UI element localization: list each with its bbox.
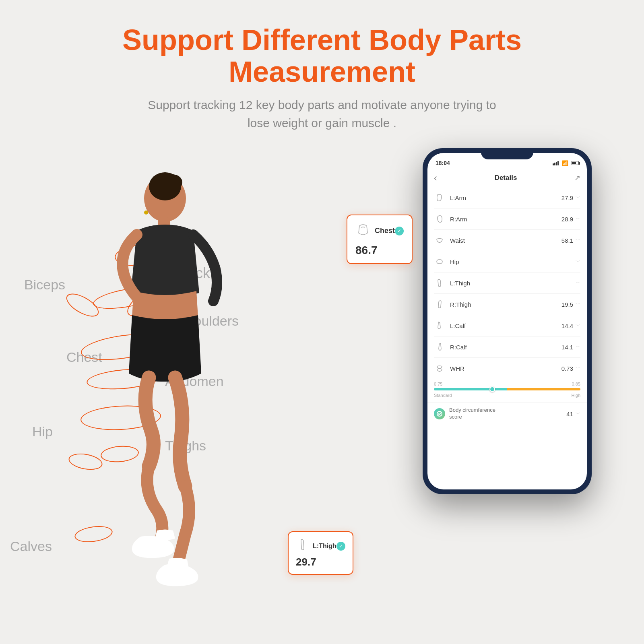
measurement-item-waist[interactable]: Waist 58.1 ﹀	[434, 230, 580, 251]
main-content: Neck Biceps Shoulders Chest Abdomen Hip …	[0, 140, 644, 644]
whr-value: 0.73	[561, 365, 573, 372]
phone-notch	[481, 148, 533, 159]
whr-label: WHR	[450, 365, 561, 372]
tooltip-lthigh-value: 29.7	[296, 556, 345, 568]
tooltip-lthigh: L:Thigh ✓ 29.7	[288, 531, 353, 575]
measurement-item-rcalf[interactable]: R:Calf 14.1 ﹀	[434, 336, 580, 358]
measurement-item-lthigh[interactable]: L:Thigh ﹀	[434, 272, 580, 294]
rcalf-icon	[434, 341, 445, 353]
hip-label: Hip	[450, 258, 573, 265]
measurement-item-whr[interactable]: WHR 0.73 ﹀	[434, 358, 580, 379]
signal-bar-3	[556, 162, 557, 165]
tooltip-chest-label: Chest	[375, 227, 395, 235]
signal-bar-2	[554, 163, 555, 165]
svg-point-5	[144, 211, 148, 215]
tooltip-lthigh-label: L:Thigh	[313, 543, 336, 550]
whr-scale: 0.75 0.85	[434, 382, 580, 386]
waist-value: 58.1	[561, 237, 573, 244]
rcalf-value: 14.1	[561, 344, 573, 351]
whr-slider-container: 0.75 0.85 Standard High	[427, 379, 587, 402]
back-button[interactable]: ‹	[434, 172, 437, 184]
status-time: 18:04	[436, 160, 450, 166]
rarm-value: 28.9	[561, 216, 573, 223]
whr-scale-left: 0.75	[434, 382, 442, 386]
status-icons: 📶	[553, 160, 579, 166]
rarm-chevron: ﹀	[576, 216, 580, 223]
lthigh-icon	[434, 277, 445, 289]
hip-icon	[434, 256, 445, 267]
slider-labels: Standard High	[434, 393, 580, 398]
score-section[interactable]: Body circumferencescore 41 ﹀	[427, 402, 587, 425]
whr-scale-right: 0.85	[572, 382, 580, 386]
whr-chevron: ﹀	[576, 365, 580, 372]
rthigh-icon	[434, 299, 445, 310]
app-header: ‹ Details ↗	[427, 169, 587, 187]
app-title: Details	[495, 174, 517, 182]
measurement-item-lcalf[interactable]: L:Calf 14.4 ﹀	[434, 315, 580, 336]
share-button[interactable]: ↗	[574, 173, 580, 182]
page-subtitle: Support tracking 12 key body parts and m…	[40, 96, 604, 132]
score-icon	[434, 408, 445, 419]
lcalf-chevron: ﹀	[576, 322, 580, 329]
phone-mockup: 18:04 📶	[423, 148, 592, 502]
rthigh-chevron: ﹀	[576, 301, 580, 308]
slider-label-standard: Standard	[434, 393, 452, 398]
lcalf-value: 14.4	[561, 322, 573, 329]
hip-chevron: ﹀	[576, 258, 580, 265]
rthigh-label: R:Thigh	[450, 301, 561, 308]
slider-label-high: High	[571, 393, 580, 398]
measurement-list: L:Arm 27.9 ﹀ R:Arm 28.9 ﹀	[427, 187, 587, 379]
rcalf-label: R:Calf	[450, 344, 561, 351]
larm-value: 27.9	[561, 194, 573, 201]
lthigh-label: L:Thigh	[450, 280, 573, 287]
battery-icon	[571, 161, 579, 165]
lcalf-icon	[434, 320, 445, 331]
score-value: 41	[566, 411, 573, 417]
tooltip-chest-check: ✓	[395, 227, 404, 235]
score-chevron: ﹀	[576, 411, 580, 417]
whr-icon	[434, 363, 445, 374]
tooltip-lthigh-check: ✓	[336, 542, 345, 551]
measurement-item-larm[interactable]: L:Arm 27.9 ﹀	[434, 187, 580, 208]
slider-thumb	[489, 386, 495, 392]
measurement-item-rarm[interactable]: R:Arm 28.9 ﹀	[434, 208, 580, 230]
measurement-item-rthigh[interactable]: R:Thigh 19.5 ﹀	[434, 294, 580, 315]
svg-rect-6	[437, 260, 442, 264]
slider-track	[434, 388, 580, 390]
larm-icon	[434, 192, 445, 203]
figure-container	[32, 140, 306, 644]
phone-screen: 18:04 📶	[427, 153, 587, 489]
larm-label: L:Arm	[450, 194, 561, 201]
tooltip-chest-header: Chest ✓	[355, 222, 404, 240]
page-title: Support Different Body Parts Measurement	[40, 24, 604, 88]
waist-icon	[434, 235, 445, 246]
svg-point-2	[149, 172, 181, 200]
larm-chevron: ﹀	[576, 194, 580, 201]
signal-bar-4	[557, 161, 559, 165]
rthigh-value: 19.5	[561, 301, 573, 308]
wifi-icon: 📶	[562, 160, 568, 166]
lthigh-chevron: ﹀	[576, 280, 580, 287]
tooltip-chest-value: 86.7	[355, 242, 404, 257]
score-label: Body circumferencescore	[449, 407, 566, 421]
page-header: Support Different Body Parts Measurement…	[0, 0, 644, 140]
chest-silhouette-icon	[355, 222, 371, 240]
measurement-item-hip[interactable]: Hip ﹀	[434, 251, 580, 272]
signal-bar-1	[553, 163, 554, 165]
rarm-icon	[434, 213, 445, 225]
waist-chevron: ﹀	[576, 237, 580, 244]
lcalf-label: L:Calf	[450, 322, 561, 329]
rcalf-chevron: ﹀	[576, 344, 580, 351]
tooltip-chest: Chest ✓ 86.7	[347, 215, 413, 264]
tooltip-lthigh-header: L:Thigh ✓	[296, 538, 345, 554]
lthigh-silhouette-icon	[296, 538, 310, 554]
waist-label: Waist	[450, 237, 561, 244]
battery-fill	[572, 162, 576, 164]
phone-frame: 18:04 📶	[423, 148, 592, 494]
rarm-label: R:Arm	[450, 216, 561, 223]
